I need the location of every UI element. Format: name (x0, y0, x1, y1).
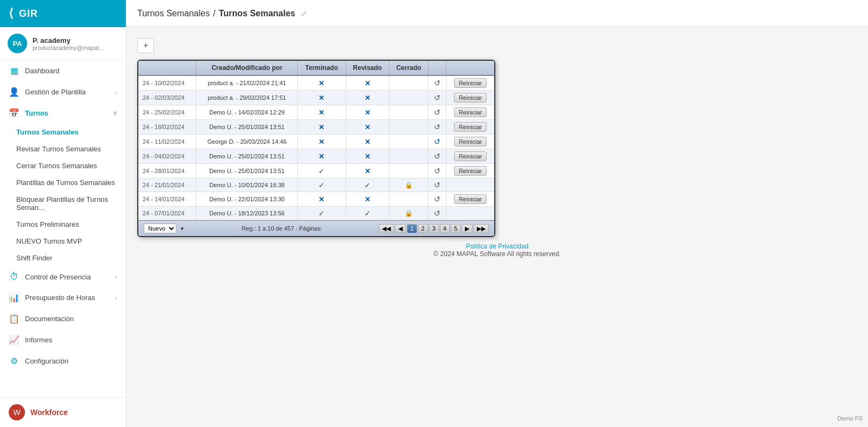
table-row: 24 - 25/02/2024Demo U. - 14/02/2024 12:2… (138, 105, 494, 120)
privacy-link[interactable]: Política de Privacidad (466, 243, 528, 250)
sidebar-item-configuracion[interactable]: ⚙ Configuración (0, 350, 126, 372)
sidebar-item-dashboard[interactable]: ▦ Dashboard (0, 60, 126, 81)
reiniciar-button[interactable]: Reiniciar (454, 78, 487, 88)
cell-reiniciar[interactable]: Reiniciar (446, 192, 494, 207)
cell-terminado: ✓ (297, 179, 346, 192)
content-area: + Creado/Modificado por Terminado Revisa… (126, 27, 868, 427)
cell-reiniciar[interactable]: Reiniciar (446, 91, 494, 105)
table-row: 24 - 04/02/2024Demo U. - 25/01/2024 13:5… (138, 149, 494, 164)
cell-revisado: ✕ (346, 135, 389, 149)
reload-icon[interactable]: ↺ (434, 209, 441, 218)
workforce-footer[interactable]: W Workforce (0, 397, 126, 427)
cell-reiniciar[interactable]: Reiniciar (446, 149, 494, 164)
reiniciar-button[interactable]: Reiniciar (454, 194, 487, 204)
sidebar-item-turnos-semanales[interactable]: Turnos Semanales (0, 124, 126, 141)
table-row: 24 - 10/02/2024product a. - 21/02/2024 2… (138, 75, 494, 91)
sidebar-item-turnos[interactable]: 📅 Turnos ∨ (0, 103, 126, 124)
sidebar-item-revisar-turnos[interactable]: Revisar Turnos Semanales (0, 141, 126, 157)
sidebar-item-presupuesto-horas[interactable]: 📊 Presupuesto de Horas › (0, 287, 126, 308)
x-icon: ✕ (318, 138, 324, 146)
cell-reiniciar (446, 179, 494, 192)
page-button[interactable]: 5 (451, 224, 461, 233)
sidebar-item-cerrar-turnos[interactable]: Cerrar Turnos Semanales (0, 157, 126, 174)
cell-terminado: ✓ (297, 207, 346, 220)
sidebar-item-shift-finder[interactable]: Shift Finder (0, 250, 126, 266)
cell-reiniciar[interactable]: Reiniciar (446, 75, 494, 91)
page-button[interactable]: ◀ (395, 224, 406, 233)
page-button[interactable]: 3 (429, 224, 439, 233)
reload-icon[interactable]: ↺ (434, 123, 441, 131)
sidebar-item-gestion-plantilla[interactable]: 👤 Gestión de Plantilla › (0, 81, 126, 103)
reiniciar-button[interactable]: Reiniciar (454, 137, 487, 146)
cell-cerrado (389, 120, 428, 135)
cell-revisado: ✕ (346, 164, 389, 179)
cell-modified-by: Demo U. - 18/12/2023 13:56 (196, 207, 298, 220)
user-profile[interactable]: PA P. academy productacademy@mapal... (0, 27, 126, 60)
page-button[interactable]: ▶▶ (474, 224, 489, 233)
sidebar-item-turnos-preliminares[interactable]: Turnos Preliminares (0, 216, 126, 233)
cell-reload[interactable]: ↺ (428, 179, 446, 192)
cell-revisado: ✕ (346, 120, 389, 135)
cell-modified-by: product a. - 21/02/2024 21:41 (196, 75, 298, 91)
col-creado: Creado/Modificado por (196, 61, 298, 75)
table-row: 24 - 18/02/2024Demo U. - 25/01/2024 13:5… (138, 120, 494, 135)
reiniciar-button[interactable]: Reiniciar (454, 107, 487, 117)
cell-reiniciar[interactable]: Reiniciar (446, 105, 494, 120)
sidebar-item-informes[interactable]: 📈 Informes (0, 329, 126, 350)
reiniciar-button[interactable]: Reiniciar (454, 166, 487, 176)
page-button[interactable]: 4 (440, 224, 450, 233)
cell-revisado: ✕ (346, 105, 389, 120)
cell-reload[interactable]: ↺ (428, 149, 446, 164)
reload-icon[interactable]: ↺ (434, 108, 441, 117)
cell-modified-by: Demo U. - 10/01/2024 16:38 (196, 179, 298, 192)
dashboard-icon: ▦ (9, 66, 20, 76)
reload-icon[interactable]: ↺ (434, 181, 441, 189)
sidebar-item-label: Presupuesto de Horas (25, 294, 95, 302)
page-button[interactable]: ◀◀ (379, 224, 394, 233)
cell-terminado: ✓ (297, 164, 346, 179)
nuevo-select[interactable]: Nuevo (144, 224, 176, 233)
cell-reload[interactable]: ↺ (428, 164, 446, 179)
sidebar-item-bloquear-plantillas[interactable]: Bloquear Plantillas de Turnos Seman... (0, 191, 126, 216)
x-icon: ✕ (318, 195, 324, 203)
cell-reload[interactable]: ↺ (428, 135, 446, 149)
cell-reload[interactable]: ↺ (428, 91, 446, 105)
reload-icon[interactable]: ↺ (434, 137, 441, 146)
cell-reload[interactable]: ↺ (428, 192, 446, 207)
col-reload (428, 61, 446, 75)
cell-reload[interactable]: ↺ (428, 120, 446, 135)
add-button[interactable]: + (137, 38, 154, 53)
reiniciar-button[interactable]: Reiniciar (454, 151, 487, 161)
expand-icon[interactable]: ⤢ (301, 9, 307, 18)
sidebar-item-label: Documentación (25, 315, 74, 323)
cell-reload[interactable]: ↺ (428, 207, 446, 220)
page-button[interactable]: ▶ (462, 224, 473, 233)
sidebar-item-nuevo-turnos-mvp[interactable]: NUEVO Turnos MVP (0, 233, 126, 250)
cell-reload[interactable]: ↺ (428, 105, 446, 120)
cell-reload[interactable]: ↺ (428, 75, 446, 91)
check-icon: ✓ (318, 209, 324, 218)
cell-cerrado: 🔒 (389, 207, 428, 220)
reload-icon[interactable]: ↺ (434, 167, 441, 175)
reload-icon[interactable]: ↺ (434, 93, 441, 102)
cell-modified-by: Demo U. - 25/01/2024 13:51 (196, 164, 298, 179)
logo-icon: ⟨ (9, 7, 14, 21)
demo-label: Demo FS (838, 415, 863, 422)
reload-icon[interactable]: ↺ (434, 79, 441, 87)
page-button[interactable]: 2 (418, 224, 428, 233)
x-icon: ✕ (365, 123, 371, 131)
reload-icon[interactable]: ↺ (434, 152, 441, 161)
reload-icon[interactable]: ↺ (434, 195, 441, 203)
table-row: 24 - 11/02/2024George D. - 20/03/2024 14… (138, 135, 494, 149)
table-footer: Nuevo ▾ Reg.: 1 a 10 de 457 · Páginas: ◀… (138, 220, 494, 236)
sidebar-item-control-presencia[interactable]: ⏱ Control de Presencia › (0, 266, 126, 287)
cell-reiniciar[interactable]: Reiniciar (446, 120, 494, 135)
reiniciar-button[interactable]: Reiniciar (454, 122, 487, 132)
workforce-label: Workforce (30, 408, 68, 417)
sidebar-item-plantillas-turnos[interactable]: Plantillas de Turnos Semanales (0, 174, 126, 191)
sidebar-item-documentacion[interactable]: 📋 Documentación (0, 308, 126, 329)
page-button[interactable]: 1 (407, 224, 417, 233)
reiniciar-button[interactable]: Reiniciar (454, 93, 487, 103)
cell-reiniciar[interactable]: Reiniciar (446, 164, 494, 179)
cell-reiniciar[interactable]: Reiniciar (446, 135, 494, 149)
